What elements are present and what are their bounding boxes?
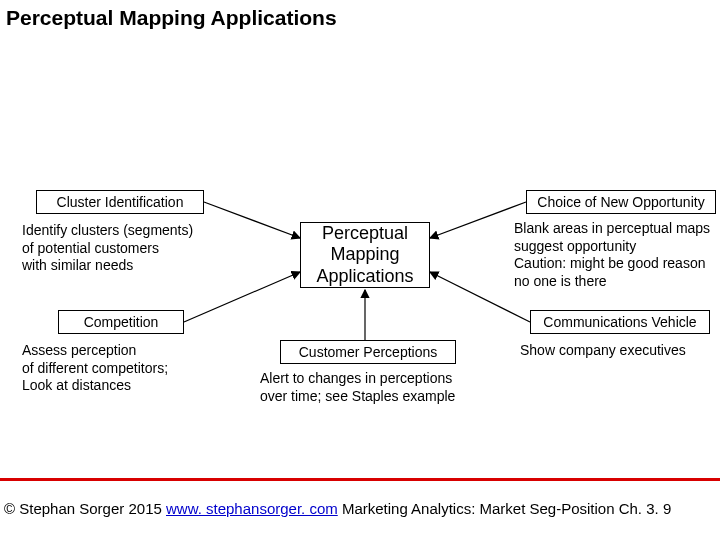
footer-link[interactable]: www. stephansorger. com bbox=[166, 500, 338, 517]
center-box: Perceptual Mapping Applications bbox=[300, 222, 430, 288]
node-cluster-identification: Cluster Identification bbox=[36, 190, 204, 214]
footer-prefix: © Stephan Sorger 2015 bbox=[4, 500, 166, 517]
page-title: Perceptual Mapping Applications bbox=[6, 6, 337, 30]
node-new-opportunity: Choice of New Opportunity bbox=[526, 190, 716, 214]
footer: © Stephan Sorger 2015 www. stephansorger… bbox=[4, 500, 671, 517]
svg-line-3 bbox=[184, 272, 300, 322]
node-competition: Competition bbox=[58, 310, 184, 334]
node-communications-vehicle: Communications Vehicle bbox=[530, 310, 710, 334]
node-customer-perceptions: Customer Perceptions bbox=[280, 340, 456, 364]
desc-cluster-identification: Identify clusters (segments) of potentia… bbox=[22, 222, 242, 275]
footer-divider bbox=[0, 478, 720, 481]
desc-new-opportunity: Blank areas in perceptual maps suggest o… bbox=[514, 220, 720, 290]
svg-line-2 bbox=[430, 202, 526, 238]
desc-communications-vehicle: Show company executives bbox=[520, 342, 720, 360]
footer-suffix: Marketing Analytics: Market Seg-Position… bbox=[338, 500, 671, 517]
desc-competition: Assess perception of different competito… bbox=[22, 342, 222, 395]
desc-customer-perceptions: Alert to changes in perceptions over tim… bbox=[260, 370, 500, 405]
